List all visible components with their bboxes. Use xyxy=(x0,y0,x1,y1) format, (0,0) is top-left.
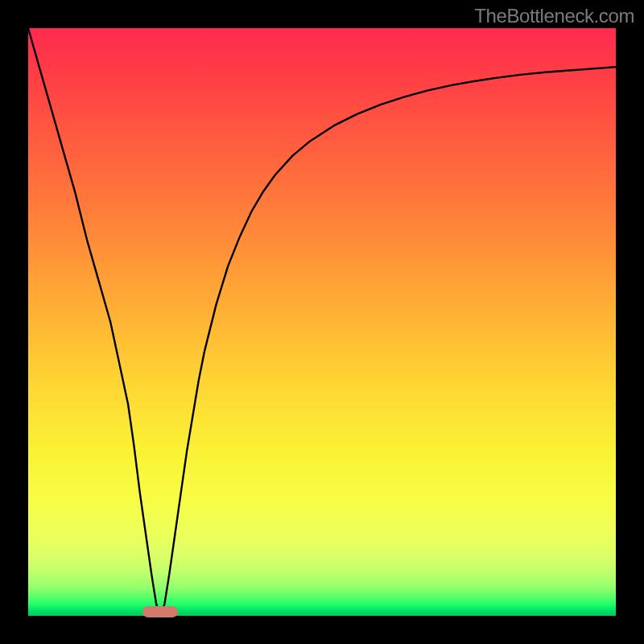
bottleneck-curve-path xyxy=(28,28,616,616)
chart-container: TheBottleneck.com xyxy=(0,0,644,644)
plot-area xyxy=(28,28,616,616)
curve-svg xyxy=(28,28,616,616)
watermark: TheBottleneck.com xyxy=(474,5,634,27)
bottleneck-marker xyxy=(142,606,178,617)
